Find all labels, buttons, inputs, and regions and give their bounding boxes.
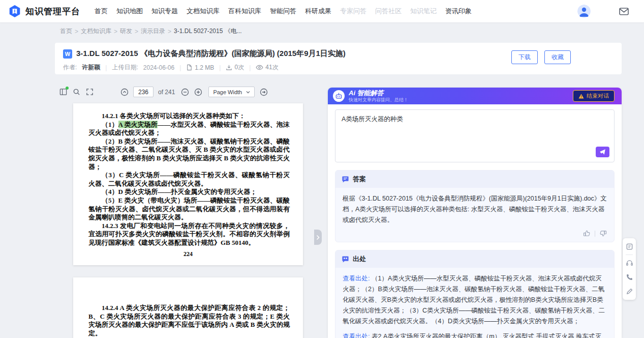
- doc-paragraph: （1）A 类火灾场所——水型灭火器、磷酸铵盐干粉灭火器、泡沫灭火器或卤代烷灭火器…: [88, 121, 290, 137]
- download-count: 0次: [226, 63, 244, 72]
- end-chat-button[interactable]: 结束对话: [573, 90, 615, 102]
- source-section-header: 出处: [335, 250, 614, 268]
- doc-paragraph: （5）E 类火灾（带电火灾）场所——磷酸铵盐干粉灭火器、碳酸氢钠干粉灭火器、卤代…: [88, 196, 290, 222]
- author-value: 许新颖: [82, 63, 100, 72]
- user-avatar[interactable]: [577, 5, 591, 18]
- breadcrumb-home[interactable]: 首页: [60, 27, 72, 36]
- headset-icon[interactable]: [626, 259, 633, 267]
- nav-item-knowledge-topic[interactable]: 知识专题: [150, 5, 179, 18]
- meta-divider: |: [249, 64, 251, 71]
- ai-assistant-panel: Ai 智能解答 快速对文章内容提问、总结！ 结束对话 A类场所灭火器的种类 答案: [328, 88, 622, 338]
- chevron-down-icon: [246, 91, 250, 94]
- thumbs-up-icon[interactable]: [583, 230, 591, 237]
- nav-item-research-results[interactable]: 科研成果: [304, 5, 332, 18]
- file-icon: [186, 64, 193, 71]
- ai-panel-header: Ai 智能解答 快速对文章内容提问、总结！ 结束对话: [328, 88, 622, 104]
- breadcrumb-doc-library[interactable]: 文档知识库: [81, 27, 111, 36]
- mail-icon[interactable]: [619, 8, 629, 15]
- collapse-panel-handle[interactable]: [314, 230, 322, 245]
- document-meta: 作者: 许新颖 | 上传日期: 2024-06-06 | 1.2 MB | 0次…: [63, 63, 614, 72]
- eye-icon: [256, 65, 263, 70]
- view-source-link[interactable]: 查看出处:: [343, 275, 370, 282]
- author-label: 作者:: [63, 63, 77, 72]
- source-text: 表2 A类火灾场所灭火器的最大保护距离（m） 灭火器型式 手提式灭火器 推车式灭…: [343, 333, 601, 338]
- meta-divider: |: [219, 64, 221, 71]
- answer-feedback: [335, 229, 614, 242]
- app-logo[interactable]: 知识管理平台: [8, 5, 80, 18]
- nav-item-knowledge-notes[interactable]: 知识笔记: [409, 5, 438, 18]
- source-item: 查看出处: 表2 A类火灾场所灭火器的最大保护距离（m） 灭火器型式 手提式灭火…: [343, 331, 607, 338]
- view-source-link[interactable]: 查看出处:: [343, 333, 370, 338]
- favorite-button[interactable]: 收藏: [544, 50, 571, 64]
- breadcrumb-current: 3-1.DL 5027-2015 《电...: [174, 27, 242, 36]
- nav-item-smart-qa[interactable]: 智能问答: [269, 5, 297, 18]
- ai-title-group: Ai 智能解答 快速对文章内容提问、总结！: [349, 90, 408, 102]
- end-chat-label: 结束对话: [587, 92, 609, 100]
- feedback-divider: [595, 231, 595, 237]
- ai-panel-subtitle: 快速对文章内容提问、总结！: [349, 97, 408, 102]
- download-button[interactable]: 下载: [511, 50, 538, 64]
- file-size: 1.2 MB: [186, 64, 214, 71]
- chevron-right-icon: [316, 235, 320, 240]
- page-total-label: of 241: [158, 89, 175, 96]
- breadcrumb: 首页 > 文档知识库 > 研发 > 演示目录 > 3-1.DL 5027-201…: [60, 27, 242, 36]
- source-text: （1）A类火灾场所——水型灭火器、磷酸铵盐干粉灭火器、泡沫灭火器或卤代烷灭火器；…: [343, 275, 605, 325]
- question-input[interactable]: A类场所灭火器的种类: [335, 109, 615, 162]
- upload-date-value: 2024-06-06: [143, 64, 174, 71]
- answer-icon: [342, 176, 349, 183]
- zoom-out-icon[interactable]: [180, 88, 189, 96]
- nav-item-expert-qa[interactable]: 专家问答: [339, 5, 367, 18]
- answer-text: 根据《3-1.DL 5027-2015《电力设备典型消防规程》(国家能源局)(2…: [335, 188, 614, 229]
- edit-pencil-icon[interactable]: [626, 288, 633, 295]
- ai-robot-icon: [333, 90, 345, 102]
- navbar-right: [577, 5, 636, 18]
- page-up-icon[interactable]: [120, 88, 129, 96]
- document-header-card: W 3-1.DL 5027-2015 《电力设备典型消防规程》(国家能源局) (…: [55, 43, 622, 74]
- doc-paragraph: 14.2.1 各类火灾场所可以选择的灭火器种类如下：: [88, 112, 290, 121]
- breadcrumb-separator: >: [114, 28, 117, 35]
- doc-paragraph: 14.2.4 A 类火灾场所灭火器的最大保护距离应符合表 2 的规定；B、C 类…: [88, 304, 290, 337]
- nav-item-knowledge-map[interactable]: 知识地图: [115, 5, 144, 18]
- rotate-icon[interactable]: [259, 88, 268, 96]
- breadcrumb-rd[interactable]: 研发: [120, 27, 132, 36]
- document-actions: 下载 收藏: [511, 50, 571, 64]
- fullscreen-icon[interactable]: [85, 88, 94, 96]
- nav-item-news[interactable]: 资讯印象: [444, 5, 473, 18]
- thumbs-down-icon[interactable]: [599, 230, 607, 237]
- breadcrumb-demo-dir[interactable]: 演示目录: [141, 27, 165, 36]
- nav-item-home[interactable]: 首页: [94, 5, 109, 18]
- pdf-toolbar: of 241 Page Width: [55, 80, 321, 101]
- meta-divider: |: [179, 64, 181, 71]
- toolbar-divider: [626, 255, 633, 255]
- document-title: 3-1.DL 5027-2015 《电力设备典型消防规程》(国家能源局) (20…: [76, 49, 346, 59]
- ai-panel-body: A类场所灭火器的种类 答案 根据《3-1.DL 5027-2015《电力设备典型…: [328, 104, 622, 338]
- thumbnail-panel-icon[interactable]: [59, 88, 68, 96]
- breadcrumb-separator: >: [135, 28, 138, 35]
- pdf-page-2-text: 14.2.4 A 类火灾场所灭火器的最大保护距离应符合表 2 的规定；B、C 类…: [73, 277, 303, 337]
- breadcrumb-separator: >: [168, 28, 171, 35]
- zoom-mode-select[interactable]: Page Width: [208, 87, 255, 97]
- answer-label: 答案: [353, 175, 366, 184]
- ai-panel-title: Ai 智能解答: [349, 90, 408, 97]
- phone-icon[interactable]: [626, 273, 633, 281]
- search-icon[interactable]: [72, 88, 81, 96]
- word-file-icon: W: [63, 49, 72, 59]
- floating-side-toolbar: [623, 238, 636, 300]
- send-button[interactable]: [596, 147, 609, 157]
- nav-item-qa-community[interactable]: 问答社区: [374, 5, 403, 18]
- app-title: 知识管理平台: [25, 6, 80, 17]
- top-navbar: 知识管理平台 首页 知识地图 知识专题 文档知识库 百科知识库 智能问答 科研成…: [0, 0, 644, 22]
- feedback-note-icon[interactable]: [626, 243, 633, 250]
- page-number: 224: [73, 250, 303, 258]
- nav-item-doc-library[interactable]: 文档知识库: [186, 5, 221, 18]
- answer-section: 答案 根据《3-1.DL 5027-2015《电力设备典型消防规程》(国家能源局…: [335, 170, 615, 242]
- page-number-input[interactable]: [133, 87, 154, 97]
- source-icon: [342, 256, 349, 263]
- source-list: 查看出处: （1）A类火灾场所——水型灭火器、磷酸铵盐干粉灭火器、泡沫灭火器或卤…: [335, 268, 614, 338]
- nav-item-wiki-library[interactable]: 百科知识库: [227, 5, 262, 18]
- view-count-value: 41次: [265, 63, 278, 72]
- zoom-in-icon[interactable]: [194, 88, 202, 96]
- warning-icon: [578, 94, 584, 99]
- download-icon: [226, 64, 232, 71]
- source-section: 出处 查看出处: （1）A类火灾场所——水型灭火器、磷酸铵盐干粉灭火器、泡沫灭火…: [335, 250, 615, 338]
